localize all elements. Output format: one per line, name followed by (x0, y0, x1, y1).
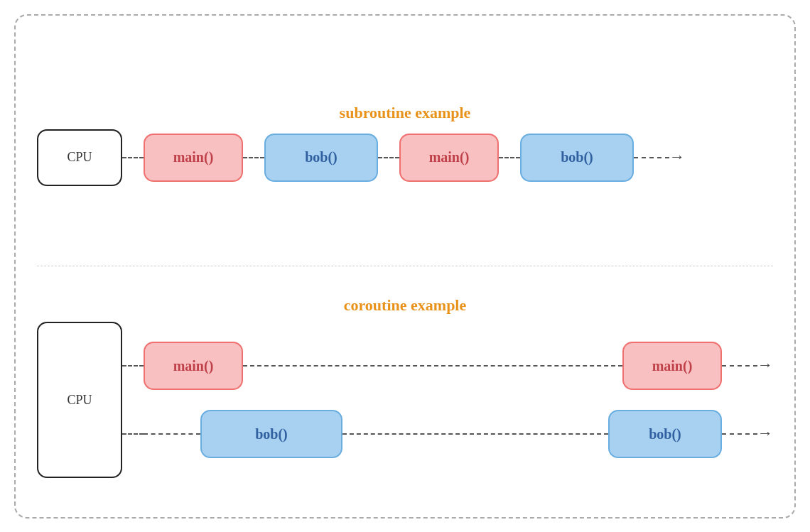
co-line-4b (144, 433, 200, 435)
sub-main2-box: main() (399, 134, 499, 182)
sub-bob1-box: bob() (264, 134, 378, 182)
coroutine-bob-arrow: → (757, 425, 773, 441)
line-2 (243, 157, 264, 158)
co-bob2-box: bob() (608, 410, 722, 458)
line-5 (634, 157, 669, 158)
co-line-2 (243, 365, 622, 367)
subroutine-row: CPU main() bob() main() bob() → (37, 129, 773, 186)
section-divider (37, 266, 773, 266)
co-bob2-label: bob() (649, 426, 681, 443)
subroutine-cpu-box: CPU (37, 129, 122, 186)
sub-main1-label: main() (173, 149, 214, 165)
line-3 (378, 157, 399, 158)
subroutine-cpu-label: CPU (67, 150, 92, 165)
sub-bob1-label: bob() (305, 149, 338, 165)
main-container: subroutine example CPU main() bob() main… (14, 14, 796, 519)
co-line-3 (722, 365, 757, 367)
co-line-5 (342, 433, 608, 435)
coroutine-main-row: main() main() → (122, 342, 773, 390)
co-main2-label: main() (652, 358, 693, 374)
sub-bob2-box: bob() (520, 134, 634, 182)
coroutine-main-arrow: → (757, 357, 773, 373)
subroutine-section: subroutine example CPU main() bob() main… (37, 30, 773, 261)
coroutine-bob-row: bob() bob() → (122, 410, 773, 458)
co-line-1 (122, 365, 144, 367)
coroutine-cpu-box: CPU (37, 322, 122, 478)
coroutine-section: coroutine example CPU main() main() (37, 272, 773, 503)
co-main2-box: main() (622, 342, 722, 390)
co-main1-box: main() (144, 342, 243, 390)
co-line-6 (722, 433, 757, 435)
subroutine-arrow: → (669, 149, 685, 165)
co-line-4 (122, 433, 144, 435)
line-1 (122, 157, 144, 158)
co-bob1-label: bob() (255, 426, 288, 443)
coroutine-title: coroutine example (37, 296, 773, 315)
sub-bob2-label: bob() (561, 149, 593, 165)
coroutine-cpu-label: CPU (67, 393, 92, 408)
co-bob1-box: bob() (200, 410, 342, 458)
sub-main2-label: main() (429, 149, 470, 165)
sub-main1-box: main() (144, 134, 243, 182)
co-main1-label: main() (173, 358, 214, 374)
line-4 (499, 157, 520, 158)
subroutine-title: subroutine example (37, 104, 773, 122)
